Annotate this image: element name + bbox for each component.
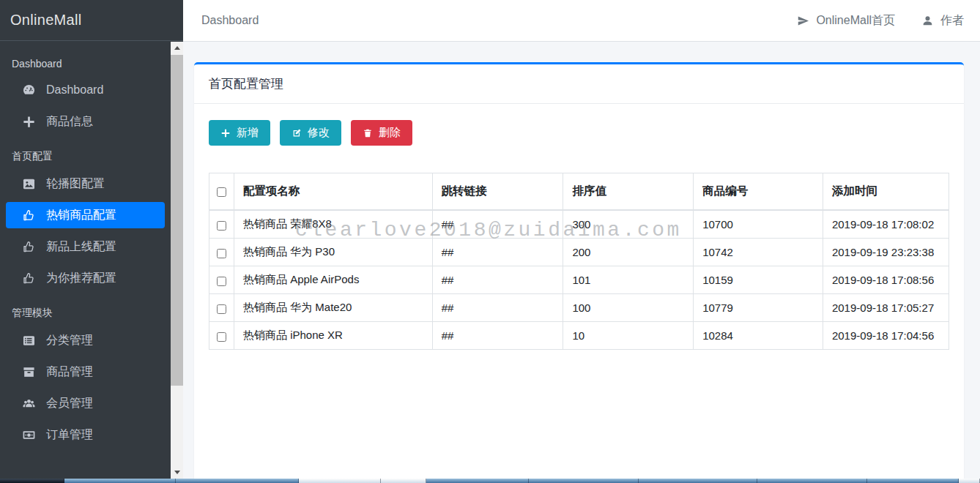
select-all-cell: [209, 173, 234, 211]
table-header-row: 配置项名称跳转链接排序值商品编号添加时间: [209, 173, 949, 211]
table-head: 配置项名称跳转链接排序值商品编号添加时间: [209, 173, 949, 211]
table-cell: 10700: [694, 210, 823, 239]
taskbar-button[interactable]: [0, 479, 64, 483]
scrollbar-up-button[interactable]: [171, 42, 183, 54]
table-cell: ##: [432, 239, 563, 266]
taskbar-button[interactable]: [639, 479, 757, 483]
select-all-checkbox[interactable]: [217, 187, 226, 197]
add-button[interactable]: 新增: [209, 120, 270, 146]
row-checkbox[interactable]: [217, 332, 226, 342]
table-cell: 2019-09-19 23:23:38: [823, 239, 949, 266]
column-header: 添加时间: [823, 173, 949, 211]
author-link[interactable]: 作者: [921, 13, 964, 29]
breadcrumb[interactable]: Dashboard: [201, 14, 259, 27]
table-cell: ##: [432, 322, 563, 350]
taskbar-button[interactable]: [299, 479, 381, 483]
paper-plane-icon: [797, 15, 809, 27]
table-cell: ##: [432, 294, 563, 322]
table-cell: 热销商品 华为 Mate20: [234, 294, 433, 322]
row-select-cell: [209, 266, 234, 294]
trash-icon: [363, 128, 373, 138]
taskbar-button[interactable]: [529, 479, 639, 483]
sidebar-item-label: 新品上线配置: [46, 239, 116, 255]
sidebar-item[interactable]: 分类管理: [6, 327, 165, 353]
row-select-cell: [209, 239, 234, 266]
table-row: 热销商品 华为 P30##200107422019-09-19 23:23:38: [209, 239, 949, 266]
sidebar-item[interactable]: 为你推荐配置: [6, 265, 165, 291]
table-body: 热销商品 荣耀8X8##300107002019-09-18 17:08:02热…: [209, 210, 949, 350]
taskbar-button[interactable]: [426, 479, 529, 483]
table-cell: 10159: [694, 266, 823, 294]
taskbar-button[interactable]: [959, 479, 980, 483]
row-checkbox[interactable]: [217, 249, 226, 258]
sidebar-item-label: Dashboard: [46, 83, 103, 97]
sidebar-item-label: 商品信息: [46, 114, 93, 130]
sidebar-item-label: 商品管理: [46, 364, 93, 380]
sidebar-section: DashboardDashboard商品信息: [0, 50, 171, 135]
sidebar-item[interactable]: 轮播图配置: [6, 171, 165, 197]
home-link[interactable]: OnlineMall首页: [797, 13, 895, 29]
taskbar-button[interactable]: [757, 479, 867, 483]
thumbs-up-icon: [21, 208, 36, 222]
sidebar-menu: DashboardDashboard商品信息首页配置轮播图配置热销商品配置新品上…: [0, 42, 171, 483]
thumbs-up-icon: [21, 239, 36, 254]
sidebar-item-label: 分类管理: [46, 333, 93, 348]
row-select-cell: [209, 210, 234, 239]
table-cell: 2019-09-18 17:04:56: [823, 322, 949, 350]
table-row: 热销商品 华为 Mate20##100107792019-09-18 17:05…: [209, 294, 949, 322]
image-icon: [21, 176, 36, 191]
sidebar-item-label: 会员管理: [46, 396, 93, 411]
sidebar-item-label: 轮播图配置: [46, 176, 105, 192]
sidebar-item[interactable]: 商品管理: [6, 359, 165, 385]
taskbar-button[interactable]: [381, 479, 426, 483]
list-icon: [21, 333, 36, 348]
sidebar-item[interactable]: 订单管理: [6, 422, 165, 448]
table-row: 热销商品 Apple AirPods##101101592019-09-18 1…: [209, 266, 949, 294]
table-cell: 热销商品 Apple AirPods: [234, 266, 433, 294]
table-cell: 10284: [694, 322, 823, 350]
table-cell: 101: [563, 266, 694, 294]
delete-button[interactable]: 删除: [351, 120, 412, 146]
table-cell: 10779: [694, 294, 823, 322]
sidebar-item-label: 热销商品配置: [46, 208, 116, 223]
edit-button[interactable]: 修改: [280, 120, 341, 146]
plus-icon: [21, 114, 36, 129]
card-header: 首页配置管理: [194, 64, 964, 104]
toolbar: 新增修改删除: [209, 120, 949, 146]
table-row: 热销商品 荣耀8X8##300107002019-09-18 17:08:02: [209, 210, 949, 239]
edit-icon: [292, 128, 302, 138]
topnav-link-label: 作者: [940, 13, 964, 29]
sidebar-item[interactable]: 新品上线配置: [6, 233, 165, 260]
table-row: 热销商品 iPhone XR##10102842019-09-18 17:04:…: [209, 322, 949, 350]
taskbar-button[interactable]: [176, 479, 299, 483]
os-taskbar: [0, 479, 980, 483]
scrollbar-down-button[interactable]: [171, 466, 183, 479]
sidebar-item[interactable]: 商品信息: [6, 108, 165, 135]
row-checkbox[interactable]: [217, 277, 226, 286]
sidebar-section-header: Dashboard: [0, 50, 171, 77]
sidebar-section: 管理模块分类管理商品管理会员管理订单管理: [0, 299, 171, 448]
sidebar-item[interactable]: Dashboard: [6, 77, 165, 103]
scrollbar-thumb[interactable]: [171, 55, 183, 386]
table-cell: 10: [563, 322, 694, 350]
sidebar-item[interactable]: 热销商品配置: [6, 202, 165, 228]
taskbar-button[interactable]: [64, 479, 176, 483]
tachometer-icon: [21, 83, 36, 97]
app-window: OnlineMall DashboardDashboard商品信息首页配置轮播图…: [0, 0, 980, 483]
card-body: 新增修改删除 配置项名称跳转链接排序值商品编号添加时间热销商品 荣耀8X8##3…: [194, 104, 964, 366]
table-cell: 300: [563, 210, 694, 239]
top-navbar: Dashboard OnlineMall首页作者: [183, 0, 980, 42]
table-cell: 100: [563, 294, 694, 322]
taskbar-button[interactable]: [867, 479, 959, 483]
row-checkbox[interactable]: [217, 304, 226, 314]
money-bill-icon: [21, 427, 36, 442]
users-icon: [21, 396, 36, 411]
brand-logo[interactable]: OnlineMall: [0, 0, 183, 41]
sidebar-scrollbar[interactable]: [171, 42, 183, 479]
row-checkbox[interactable]: [217, 221, 226, 231]
sidebar-item[interactable]: 会员管理: [6, 390, 165, 416]
table-cell: 热销商品 华为 P30: [234, 239, 433, 266]
sidebar-section: 首页配置轮播图配置热销商品配置新品上线配置为你推荐配置: [0, 143, 171, 291]
user-icon: [921, 15, 934, 27]
button-label: 新增: [237, 126, 259, 140]
